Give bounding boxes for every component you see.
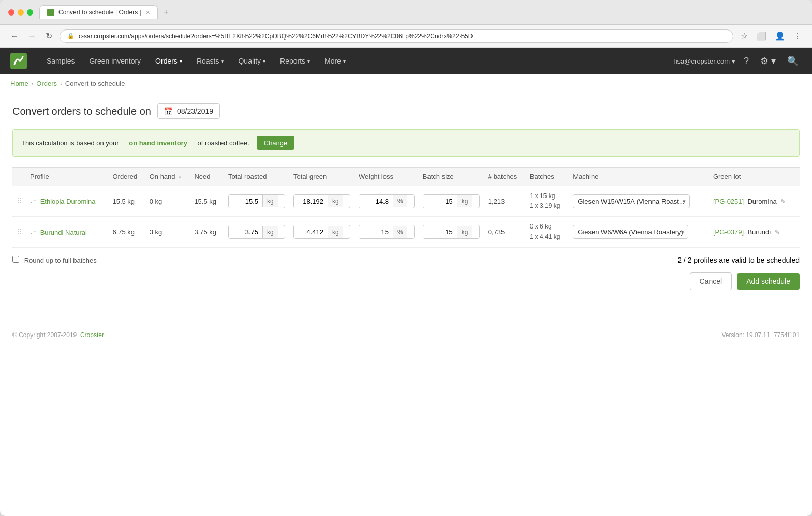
profile-icon[interactable]: 👤 [773, 29, 787, 43]
row2-profile-link[interactable]: Burundi Natural [40, 229, 87, 236]
row2-green-lot-text: [PG-0379] Burundi ✎ [713, 228, 780, 236]
row1-drag-handle[interactable]: ⠿ [12, 186, 26, 217]
row2-batch-size-input-group: kg [423, 225, 480, 239]
col-header-batches: Batches [526, 168, 569, 186]
table-header: Profile Ordered On hand ● Need [12, 168, 800, 186]
forward-button[interactable]: → [26, 29, 38, 43]
row2-batches: 0 x 6 kg 1 x 4.41 kg [526, 217, 569, 247]
row1-weight-loss-input[interactable] [359, 195, 393, 208]
active-tab[interactable]: Convert to schedule | Orders | ✕ [39, 5, 158, 19]
table-row: ⠿ ⇌ Ethiopia Duromina 15.5 kg 0 kg 15.5 … [12, 186, 800, 217]
row2-total-green-input-group: kg [293, 225, 350, 239]
round-up-checkbox-label: Round up to full batches [12, 256, 97, 264]
row1-machine: Giesen W15/W15A (Vienna Roast... [569, 186, 709, 217]
search-button[interactable]: 🔍 [784, 52, 802, 70]
row2-drag-handle[interactable]: ⠿ [12, 217, 26, 247]
add-schedule-button[interactable]: Add schedule [737, 273, 800, 290]
nav-item-roasts[interactable]: Roasts ▾ [189, 48, 231, 74]
maximize-dot[interactable] [27, 9, 33, 16]
nav-item-reports[interactable]: Reports ▾ [273, 48, 317, 74]
nav-items-list: Samples Green inventory Orders ▾ Roasts … [39, 48, 674, 74]
bookmark-star-icon[interactable]: ☆ [739, 29, 750, 43]
row2-machine-select-wrapper: Giesen W6/W6A (Vienna Roastery) [573, 225, 688, 239]
nav-right-section: lisa@cropster.com ▾ ? ⚙ ▾ 🔍 [674, 52, 802, 70]
row1-batch-size-input[interactable] [423, 195, 457, 208]
menu-dots-icon[interactable]: ⋮ [791, 29, 804, 43]
drag-handle-icon: ⠿ [17, 197, 22, 205]
selected-date: 08/23/2019 [177, 107, 213, 115]
alert-suffix: of roasted coffee. [198, 139, 249, 147]
row1-total-roasted: kg [224, 186, 289, 217]
user-email: lisa@cropster.com [674, 57, 730, 65]
col-header-on-hand: On hand ● [145, 168, 190, 186]
minimize-dot[interactable] [18, 9, 24, 16]
row2-batch-size-unit: kg [457, 226, 473, 238]
breadcrumb-home[interactable]: Home [10, 80, 28, 87]
row1-total-green: kg [289, 186, 355, 217]
tab-bar: Convert to schedule | Orders | ✕ + [39, 5, 804, 19]
on-hand-inventory-link[interactable]: on hand inventory [129, 139, 187, 147]
nav-item-samples[interactable]: Samples [39, 48, 82, 74]
tab-close-button[interactable]: ✕ [145, 9, 150, 16]
row2-weight-loss: % [355, 217, 419, 247]
back-button[interactable]: ← [8, 29, 21, 43]
valid-profiles-text: 2 / 2 profiles are valid to be scheduled [677, 256, 800, 264]
nav-user-menu[interactable]: lisa@cropster.com ▾ [674, 57, 735, 65]
new-tab-button[interactable]: + [160, 6, 172, 19]
date-picker-button[interactable]: 📅 08/23/2019 [157, 103, 220, 119]
row1-weight-loss: % [355, 186, 419, 217]
row1-batch-line2: 1 x 3.19 kg [530, 201, 565, 211]
cast-icon[interactable]: ⬜ [754, 29, 769, 43]
row2-green-lot-name: Burundi [747, 228, 771, 236]
footer-brand-link[interactable]: Cropster [80, 331, 104, 339]
row1-green-lot-edit-icon[interactable]: ✎ [780, 198, 786, 205]
row1-weight-loss-input-group: % [359, 194, 415, 208]
nav-item-more[interactable]: More ▾ [317, 48, 353, 74]
footer-copyright: © Copyright 2007-2019 Cropster [12, 331, 104, 339]
url-bar[interactable]: 🔒 c-sar.cropster.com/apps/orders/schedul… [60, 29, 733, 43]
refresh-button[interactable]: ↻ [43, 29, 54, 43]
col-header-need: Need [190, 168, 224, 186]
row2-weight-loss-input[interactable] [359, 225, 393, 238]
row1-total-roasted-input[interactable] [229, 195, 262, 208]
row2-machine-select[interactable]: Giesen W6/W6A (Vienna Roastery) [573, 225, 688, 239]
row1-batch-size-unit: kg [457, 195, 473, 207]
row1-batch-size: kg [419, 186, 484, 217]
row2-total-green-input[interactable] [294, 225, 328, 238]
row2-green-lot-edit-icon[interactable]: ✎ [775, 229, 780, 236]
breadcrumb-orders[interactable]: Orders [36, 80, 57, 87]
row2-on-hand: 3 kg [145, 217, 190, 247]
col-header-weight-loss: Weight loss [355, 168, 419, 186]
change-button[interactable]: Change [257, 136, 295, 150]
row2-batch-line1: 0 x 6 kg [530, 222, 565, 232]
row1-profile-link[interactable]: Ethiopia Duromina [40, 198, 96, 205]
row2-profile: ⇌ Burundi Natural [26, 217, 108, 247]
row1-total-green-input[interactable] [294, 195, 328, 208]
row1-machine-select[interactable]: Giesen W15/W15A (Vienna Roast... [573, 194, 690, 208]
round-up-checkbox[interactable] [12, 256, 19, 263]
row1-total-green-unit: kg [328, 195, 343, 207]
tab-title: Convert to schedule | Orders | [58, 9, 141, 16]
table-body: ⠿ ⇌ Ethiopia Duromina 15.5 kg 0 kg 15.5 … [12, 186, 800, 248]
col-header-batch-size: Batch size [419, 168, 484, 186]
app-footer: © Copyright 2007-2019 Cropster Version: … [0, 321, 812, 349]
cancel-button[interactable]: Cancel [690, 272, 732, 290]
on-hand-info-icon: ● [178, 174, 181, 180]
col-header-num-batches: # batches [484, 168, 526, 186]
close-dot[interactable] [8, 9, 14, 16]
row2-total-roasted-input[interactable] [229, 225, 262, 238]
nav-item-quality[interactable]: Quality ▾ [231, 48, 273, 74]
row2-batch-size-input[interactable] [423, 225, 457, 238]
nav-item-green-inventory[interactable]: Green inventory [82, 48, 148, 74]
settings-button[interactable]: ⚙ ▾ [757, 52, 779, 70]
reports-dropdown-arrow: ▾ [307, 58, 310, 64]
row1-need: 15.5 kg [190, 186, 224, 217]
table-row: ⠿ ⇌ Burundi Natural 6.75 kg 3 kg 3.75 kg [12, 217, 800, 247]
breadcrumb: Home › Orders › Convert to schedule [0, 74, 812, 93]
row2-total-roasted: kg [224, 217, 289, 247]
row1-green-lot-id: [PG-0251] [713, 198, 744, 205]
svg-rect-0 [10, 53, 27, 69]
help-button[interactable]: ? [741, 53, 752, 70]
nav-item-orders[interactable]: Orders ▾ [148, 48, 189, 74]
row2-weight-loss-input-group: % [359, 225, 415, 239]
